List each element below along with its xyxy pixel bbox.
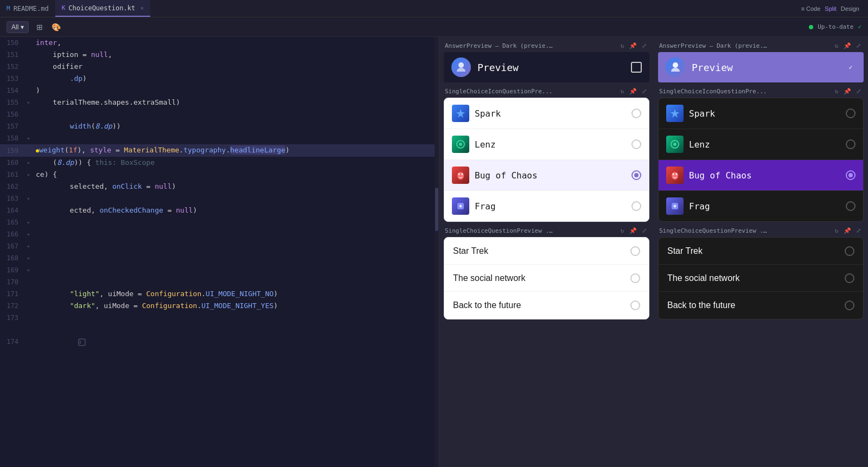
choice-item-bug-left[interactable]: Bug of Chaos bbox=[444, 160, 649, 191]
simple-choice-text-social-network-left: The social network bbox=[453, 273, 630, 283]
pin-icon-left-1[interactable]: 📌 bbox=[629, 41, 637, 50]
expand-icon-right-3[interactable]: ⤢ bbox=[854, 226, 863, 235]
radio-lenz-left[interactable] bbox=[631, 139, 641, 149]
sub-toolbar: All ▾ ⊞ 🎨 Up-to-date ✓ bbox=[0, 17, 868, 37]
simple-choice-title-right: SingleChoiceQuestionPreview ... bbox=[659, 227, 768, 234]
simple-choice-star-trek-left[interactable]: Star Trek bbox=[444, 238, 649, 265]
avatar-bug-right bbox=[666, 167, 684, 184]
code-line-167: 167 ▸ bbox=[0, 240, 439, 252]
radio-bug-left[interactable] bbox=[631, 170, 641, 180]
simple-choice-social-network-left[interactable]: The social network bbox=[444, 265, 649, 292]
code-line-173: 173 bbox=[0, 312, 439, 324]
svg-point-10 bbox=[673, 62, 678, 68]
expand-icon-right-1[interactable]: ⤢ bbox=[854, 41, 863, 50]
refresh-icon-right-3[interactable]: ↻ bbox=[832, 226, 841, 235]
choice-text-frag-left: Frag bbox=[475, 201, 626, 212]
expand-icon-left-2[interactable]: ⤢ bbox=[640, 87, 648, 95]
tab-choice-question[interactable]: K ChoiceQuestion.kt ✕ bbox=[55, 0, 150, 17]
single-choice-icon-section-right: SingleChoiceIconQuestionPre... ↻ 📌 ⤢ bbox=[658, 87, 864, 222]
avatar-bug-left bbox=[452, 167, 469, 184]
choice-item-frag-right[interactable]: Frag bbox=[659, 191, 863, 221]
avatar-frag-right bbox=[666, 197, 684, 215]
radio-social-network-left[interactable] bbox=[630, 273, 640, 283]
choice-item-spark-right[interactable]: Spark bbox=[659, 98, 863, 129]
radio-star-trek-right[interactable] bbox=[845, 246, 854, 256]
choice-text-bug-right: Bug of Chaos bbox=[689, 170, 840, 181]
refresh-icon-right-2[interactable]: ↻ bbox=[832, 87, 841, 95]
code-line-172: 172 "dark", uiMode = Configuration.UI_MO… bbox=[0, 300, 439, 312]
choice-text-frag-right: Frag bbox=[689, 201, 840, 212]
view-mode-toolbar: ≡ Code Split Design bbox=[793, 5, 868, 12]
simple-choice-text-back-to-future-left: Back to the future bbox=[453, 300, 630, 310]
code-line-154: 154 ) bbox=[0, 85, 439, 97]
tab-close-icon[interactable]: ✕ bbox=[141, 5, 144, 11]
code-line-162: 162 selected, onClick = null) bbox=[0, 181, 439, 193]
answer-preview-checkbox-left[interactable] bbox=[631, 62, 642, 73]
simple-choice-section-left: SingleChoiceQuestionPreview ... ↻ 📌 ⤢ St… bbox=[444, 226, 649, 319]
radio-spark-right[interactable] bbox=[846, 108, 856, 118]
design-mode-button[interactable]: Design bbox=[841, 5, 859, 12]
tab-bar: M README.md K ChoiceQuestion.kt ✕ ≡ Code… bbox=[0, 0, 868, 17]
pin-icon-right-3[interactable]: 📌 bbox=[843, 226, 852, 235]
refresh-icon-right-1[interactable]: ↻ bbox=[832, 41, 841, 50]
radio-back-to-future-left[interactable] bbox=[630, 300, 640, 310]
svg-point-6 bbox=[457, 172, 464, 180]
refresh-icon-left-2[interactable]: ↻ bbox=[618, 87, 627, 95]
code-line-166: 166 ▸ bbox=[0, 228, 439, 240]
choice-list-right: Spark Lenz bbox=[658, 98, 864, 222]
answer-preview-checkbox-right[interactable]: ✓ bbox=[845, 62, 856, 73]
svg-point-16 bbox=[676, 174, 678, 175]
code-line-161: 161 ▸ ce) { bbox=[0, 169, 439, 181]
svg-point-7 bbox=[458, 174, 460, 175]
choice-item-bug-right[interactable]: Bug of Chaos bbox=[659, 160, 863, 191]
pin-icon-left-3[interactable]: 📌 bbox=[629, 226, 637, 235]
expand-icon-left-3[interactable]: ⤢ bbox=[640, 226, 648, 235]
avatar-lenz-left bbox=[452, 136, 469, 153]
code-line-174: 174 bbox=[0, 324, 439, 360]
expand-icon-right-2[interactable]: ⤢ bbox=[854, 87, 863, 95]
pin-icon-right-1[interactable]: 📌 bbox=[843, 41, 852, 50]
split-mode-button[interactable]: Split bbox=[825, 5, 836, 12]
radio-social-network-right[interactable] bbox=[845, 273, 854, 283]
radio-frag-left[interactable] bbox=[631, 201, 641, 211]
choice-text-bug-left: Bug of Chaos bbox=[475, 170, 626, 181]
grid-view-icon[interactable]: ⊞ bbox=[33, 21, 46, 34]
simple-choice-star-trek-right[interactable]: Star Trek bbox=[659, 238, 863, 265]
code-line-170: 170 bbox=[0, 276, 439, 288]
radio-star-trek-left[interactable] bbox=[630, 246, 640, 256]
radio-back-to-future-right[interactable] bbox=[845, 300, 854, 310]
preview-left-column: AnswerPreview – Dark (previe... ↻ 📌 ⤢ bbox=[439, 37, 654, 467]
choice-item-frag-left[interactable]: Frag bbox=[444, 191, 649, 221]
code-line-171: 171 "light", uiMode = Configuration.UI_M… bbox=[0, 288, 439, 300]
choice-item-lenz-right[interactable]: Lenz bbox=[659, 129, 863, 160]
palette-icon[interactable]: 🎨 bbox=[49, 21, 62, 34]
simple-choice-list-right: Star Trek The social network Back to the… bbox=[658, 237, 864, 319]
refresh-icon-left-1[interactable]: ↻ bbox=[618, 41, 627, 50]
pin-icon-right-2[interactable]: 📌 bbox=[843, 87, 852, 95]
radio-spark-left[interactable] bbox=[631, 108, 641, 118]
choice-item-lenz-left[interactable]: Lenz bbox=[444, 129, 649, 160]
choice-item-spark-left[interactable]: Spark bbox=[444, 98, 649, 129]
svg-rect-0 bbox=[79, 339, 85, 346]
pin-icon-left-2[interactable]: 📌 bbox=[629, 87, 637, 95]
single-choice-icon-section-left: SingleChoiceIconQuestionPre... ↻ 📌 ⤢ bbox=[444, 87, 649, 222]
preview-header-icons-right-1: ↻ 📌 ⤢ bbox=[832, 41, 863, 50]
simple-choice-back-to-future-left[interactable]: Back to the future bbox=[444, 292, 649, 319]
radio-bug-right[interactable] bbox=[846, 170, 856, 180]
simple-choice-text-star-trek-right: Star Trek bbox=[667, 246, 845, 256]
radio-lenz-right[interactable] bbox=[846, 139, 856, 149]
answer-preview-dark-widget-left: Preview bbox=[444, 52, 649, 82]
simple-choice-text-star-trek-left: Star Trek bbox=[453, 246, 630, 256]
simple-choice-back-to-future-right[interactable]: Back to the future bbox=[659, 292, 863, 319]
all-filter-dropdown[interactable]: All ▾ bbox=[7, 21, 29, 33]
expand-icon-left-1[interactable]: ⤢ bbox=[640, 41, 648, 50]
scrollbar[interactable] bbox=[435, 37, 439, 467]
simple-choice-social-network-right[interactable]: The social network bbox=[659, 265, 863, 292]
radio-frag-right[interactable] bbox=[846, 201, 856, 211]
single-choice-icon-title-right: SingleChoiceIconQuestionPre... bbox=[659, 88, 767, 95]
tab-readme[interactable]: M README.md bbox=[0, 0, 55, 17]
code-mode-button[interactable]: ≡ Code bbox=[801, 5, 821, 12]
refresh-icon-left-3[interactable]: ↻ bbox=[618, 226, 627, 235]
code-line-165: 165 ▸ bbox=[0, 216, 439, 228]
avatar-spark-right bbox=[666, 105, 684, 122]
